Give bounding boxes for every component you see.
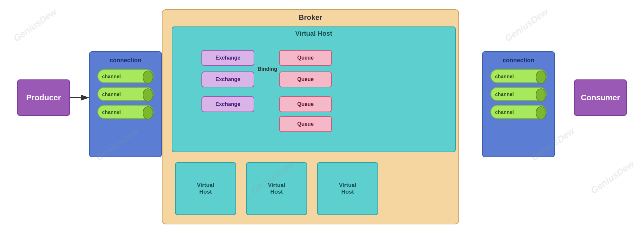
channel-left-2-label: channel xyxy=(102,91,121,97)
queue-2-label: Queue xyxy=(297,76,314,82)
exchange-3-label: Exchange xyxy=(215,101,240,107)
consumer-box: Consumer xyxy=(574,79,627,116)
channel-left-1: channel xyxy=(97,69,154,83)
channel-right-3: channel xyxy=(490,105,547,119)
vhost-small-1: VirtualHost xyxy=(175,162,236,215)
channel-left-3: channel xyxy=(97,105,154,119)
queue-2: Queue xyxy=(279,71,332,87)
vhost-small-1-label: VirtualHost xyxy=(197,182,214,195)
queue-1-label: Queue xyxy=(297,55,314,61)
channel-right-1: channel xyxy=(490,69,547,83)
channel-left-1-label: channel xyxy=(102,73,121,79)
queue-3-label: Queue xyxy=(297,101,314,107)
binding-text: Binding xyxy=(258,66,277,72)
channel-left-3-label: channel xyxy=(102,109,121,115)
channel-right-2-label: channel xyxy=(495,91,514,97)
producer-label: Producer xyxy=(26,93,61,102)
exchange-2: Exchange xyxy=(201,71,254,87)
channel-left-2: channel xyxy=(97,87,154,101)
watermark-6: GeniusDew xyxy=(589,159,636,196)
connection-left-box: connection channel channel channel xyxy=(89,51,162,157)
channel-right-2: channel xyxy=(490,87,547,101)
exchange-3: Exchange xyxy=(201,96,254,112)
channel-right-3-label: channel xyxy=(495,109,514,115)
connection-right-title: connection xyxy=(503,57,534,64)
exchange-2-label: Exchange xyxy=(215,76,240,82)
queue-3: Queue xyxy=(279,96,332,112)
broker-title: Broker xyxy=(162,13,458,22)
connection-left-title: connection xyxy=(110,57,141,64)
vhost-small-3: VirtualHost xyxy=(317,162,378,215)
connection-right-box: connection channel channel channel xyxy=(482,51,555,157)
exchange-1-label: Exchange xyxy=(215,55,240,61)
binding-label: Binding xyxy=(258,66,277,72)
queue-4: Queue xyxy=(279,116,332,132)
queue-1: Queue xyxy=(279,50,332,66)
diagram-container: GeniusDew GeniusDew GeniusDew GeniusDew … xyxy=(0,0,644,233)
watermark-4: GeniusDew xyxy=(503,6,550,44)
vhost-main-box: Virtual Host xyxy=(172,26,456,152)
vhost-small-2-label: VirtualHost xyxy=(268,182,285,195)
exchange-1: Exchange xyxy=(201,50,254,66)
queue-4-label: Queue xyxy=(297,121,314,127)
vhost-main-title: Virtual Host xyxy=(172,30,455,37)
producer-box: Producer xyxy=(17,79,70,116)
vhost-small-2: VirtualHost xyxy=(246,162,307,215)
watermark-1: GeniusDew xyxy=(12,6,59,44)
channel-right-1-label: channel xyxy=(495,73,514,79)
consumer-label: Consumer xyxy=(581,93,620,102)
vhost-small-3-label: VirtualHost xyxy=(339,182,356,195)
